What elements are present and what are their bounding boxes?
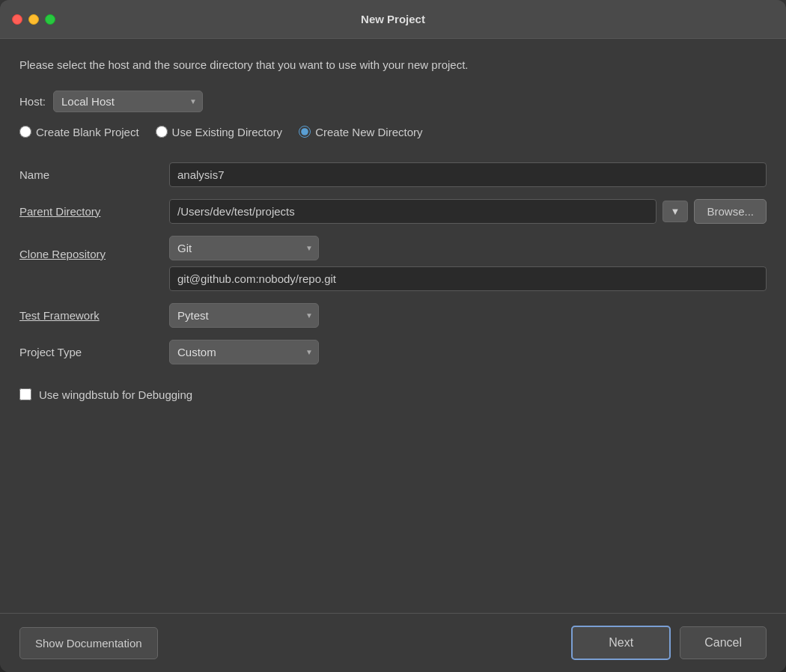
clone-repo-label-cell: Clone Repository xyxy=(19,230,169,268)
radio-blank-label: Create Blank Project xyxy=(36,126,139,138)
title-bar: New Project xyxy=(0,0,786,39)
clone-repo-row: Clone Repository Git SVN Mercurial xyxy=(19,230,767,297)
name-field-row: Name xyxy=(19,156,767,193)
main-window: New Project Please select the host and t… xyxy=(0,0,786,672)
parent-dir-input-row: ▼ Browse... xyxy=(169,199,767,224)
cancel-button[interactable]: Cancel xyxy=(680,626,767,659)
test-framework-select-wrapper: Pytest Unittest Nose xyxy=(169,303,319,328)
parent-dir-input[interactable] xyxy=(169,199,656,224)
browse-button[interactable]: Browse... xyxy=(694,199,767,224)
clone-repo-fields: Git SVN Mercurial xyxy=(169,230,767,297)
clone-repo-label: Clone Repository xyxy=(19,240,106,268)
clone-repo-url-input[interactable] xyxy=(169,266,767,291)
test-framework-row: Test Framework Pytest Unittest Nose xyxy=(19,297,767,334)
wingdbstub-checkbox[interactable] xyxy=(19,388,31,400)
wingdbstub-label: Use wingdbstub for Debugging xyxy=(39,388,192,401)
parent-dir-label: Parent Directory xyxy=(19,198,169,225)
host-select-wrapper: Local Host Remote Host xyxy=(53,91,203,112)
project-type-radio-group: Create Blank Project Use Existing Direct… xyxy=(19,126,767,138)
clone-repo-select-wrapper: Git SVN Mercurial xyxy=(169,236,319,260)
radio-existing-dir[interactable]: Use Existing Directory xyxy=(156,126,283,138)
form-section: Name Parent Directory ▼ Browse... xyxy=(19,156,767,370)
footer: Show Documentation Next Cancel xyxy=(0,613,786,672)
radio-new-dir[interactable]: Create New Directory xyxy=(299,126,422,138)
radio-blank-project[interactable]: Create Blank Project xyxy=(19,126,139,138)
project-type-select-wrapper: Custom Django Flask xyxy=(169,340,319,364)
project-type-select[interactable]: Custom Django Flask xyxy=(169,340,319,364)
next-button[interactable]: Next xyxy=(571,626,671,660)
window-title: New Project xyxy=(361,13,425,25)
parent-dir-dropdown-button[interactable]: ▼ xyxy=(662,201,689,222)
close-button[interactable] xyxy=(12,14,22,25)
radio-existing-input[interactable] xyxy=(156,126,168,138)
project-type-label: Project Type xyxy=(19,338,169,366)
clone-repo-select[interactable]: Git SVN Mercurial xyxy=(169,236,319,260)
parent-dir-row: Parent Directory ▼ Browse... xyxy=(19,193,767,230)
radio-new-dir-label: Create New Directory xyxy=(315,126,422,138)
maximize-button[interactable] xyxy=(45,14,55,25)
radio-blank-input[interactable] xyxy=(19,126,31,138)
name-input[interactable] xyxy=(169,162,767,187)
traffic-lights xyxy=(12,14,55,25)
parent-dir-field-wrapper: ▼ Browse... xyxy=(169,193,767,230)
content-area: Please select the host and the source di… xyxy=(0,39,786,613)
project-type-field: Custom Django Flask xyxy=(169,334,767,370)
wingdbstub-checkbox-row: Use wingdbstub for Debugging xyxy=(19,388,767,401)
project-type-row: Project Type Custom Django Flask xyxy=(19,334,767,370)
test-framework-select[interactable]: Pytest Unittest Nose xyxy=(169,303,319,328)
test-framework-field: Pytest Unittest Nose xyxy=(169,297,767,334)
name-label: Name xyxy=(19,161,169,189)
host-label: Host: xyxy=(19,95,46,108)
host-row: Host: Local Host Remote Host xyxy=(19,91,767,112)
description-text: Please select the host and the source di… xyxy=(19,57,767,74)
host-select[interactable]: Local Host Remote Host xyxy=(53,91,203,112)
test-framework-label: Test Framework xyxy=(19,302,169,329)
radio-new-dir-input[interactable] xyxy=(299,126,311,138)
minimize-button[interactable] xyxy=(28,14,39,25)
radio-existing-label: Use Existing Directory xyxy=(172,126,283,138)
name-field-wrapper xyxy=(169,156,767,193)
show-documentation-button[interactable]: Show Documentation xyxy=(19,627,158,659)
